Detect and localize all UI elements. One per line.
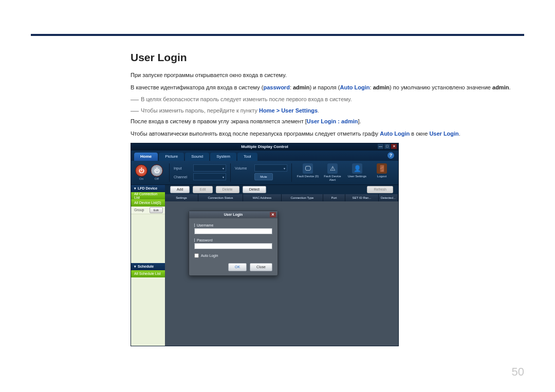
tab-system[interactable]: System xyxy=(210,153,236,161)
tab-strip: Home Picture Sound System Tool ? xyxy=(131,151,398,161)
edit-button[interactable]: Edit xyxy=(193,186,212,193)
col-detected[interactable]: Detected... xyxy=(379,194,398,201)
col-connstatus[interactable]: Connection Status xyxy=(198,194,243,201)
intro-1: При запуске программы открывается окно в… xyxy=(131,71,524,80)
tab-sound[interactable]: Sound xyxy=(185,153,209,161)
login-dialog: User Login ✕ Username Password xyxy=(189,211,278,276)
power-off-label: Off xyxy=(155,177,159,180)
intro-3: После входа в систему в правом углу экра… xyxy=(131,117,524,126)
input-label: Input xyxy=(174,166,191,170)
door-icon: 🚪 xyxy=(377,163,387,174)
user-settings-button[interactable]: 👤User Settings xyxy=(346,163,368,181)
help-button[interactable]: ? xyxy=(387,152,394,159)
monitor-icon: 🖵 xyxy=(303,163,313,174)
fault-device-button[interactable]: 🖵Fault Device (0) xyxy=(297,163,319,181)
auto-login-checkbox[interactable] xyxy=(194,253,199,258)
dialog-close-button[interactable]: ✕ xyxy=(270,212,276,217)
sidebar-item-all-schedule[interactable]: All Schedule List xyxy=(131,270,165,277)
power-off-button[interactable]: ⏻ xyxy=(151,164,163,177)
power-on-button[interactable]: ⏻ xyxy=(135,164,147,177)
col-conntype[interactable]: Connection Type xyxy=(282,194,323,201)
maximize-button[interactable]: □ xyxy=(384,144,390,149)
close-button[interactable]: ✕ xyxy=(391,144,397,149)
intro-4: Чтобы автоматически выполнять вход после… xyxy=(131,129,524,139)
page-number: 50 xyxy=(512,365,524,379)
tab-home[interactable]: Home xyxy=(134,153,158,161)
username-label: Username xyxy=(194,223,272,227)
refresh-button[interactable]: Refresh xyxy=(367,186,393,193)
note-2: ― Чтобы изменить пароль, перейдите к пун… xyxy=(131,106,524,118)
note-1: ― В целях безопасности пароль следует из… xyxy=(131,95,524,106)
header-rule xyxy=(31,34,524,36)
intro-2: В качестве идентификатора для входа в си… xyxy=(131,83,524,92)
tab-tool[interactable]: Tool xyxy=(237,153,257,161)
app-screenshot: Multiple Display Control — □ ✕ Home Pict… xyxy=(131,143,399,346)
minimize-button[interactable]: — xyxy=(378,144,383,149)
password-input[interactable] xyxy=(194,243,272,249)
alert-icon: ⚠ xyxy=(327,163,338,174)
col-settings[interactable]: Settings xyxy=(165,194,198,201)
sidebar-item-group[interactable]: Group Edit xyxy=(131,207,165,214)
tab-picture[interactable]: Picture xyxy=(159,153,184,161)
page-title: User Login xyxy=(131,51,524,64)
delete-button[interactable]: Delete xyxy=(216,186,239,193)
input-dropdown[interactable]: ▾ xyxy=(193,164,226,172)
user-icon: 👤 xyxy=(352,163,362,174)
group-edit-button[interactable]: Edit xyxy=(150,207,163,213)
channel-dropdown[interactable]: ▾ xyxy=(193,173,226,180)
sidebar: LFD Device All Connection List All Devic… xyxy=(131,185,165,346)
password-label: Password xyxy=(194,238,272,242)
col-mac[interactable]: MAC Address xyxy=(243,194,282,201)
col-setid[interactable]: SET ID Ran... xyxy=(345,194,379,201)
volume-dropdown[interactable]: ▾ xyxy=(254,164,287,172)
col-port[interactable]: Port xyxy=(323,194,345,201)
ribbon: ⏻ On ⏻ Off Input▾ Channel▾ Volume▾ Mu xyxy=(131,161,398,185)
close-button[interactable]: Close xyxy=(250,263,272,271)
main-panel: Add Edit Delete Detect Refresh Settings … xyxy=(165,185,398,346)
ok-button[interactable]: OK xyxy=(228,263,247,271)
app-title: Multiple Display Control xyxy=(241,144,288,149)
power-on-label: On xyxy=(139,177,143,180)
auto-login-label: Auto Login xyxy=(201,254,218,257)
mute-button[interactable]: Mute xyxy=(254,173,273,180)
add-button[interactable]: Add xyxy=(170,186,190,193)
sidebar-header-schedule[interactable]: Schedule xyxy=(131,263,165,270)
fault-alert-button[interactable]: ⚠Fault Device Alert xyxy=(321,163,344,181)
channel-label: Channel xyxy=(174,175,191,179)
titlebar: Multiple Display Control — □ ✕ xyxy=(131,143,398,151)
username-input[interactable] xyxy=(194,228,272,234)
sidebar-item-all-connection[interactable]: All Connection List xyxy=(131,192,165,199)
sidebar-header-lfd[interactable]: LFD Device xyxy=(131,185,165,192)
volume-label: Volume xyxy=(235,166,252,170)
logout-button[interactable]: 🚪Logout xyxy=(371,163,393,181)
sidebar-item-all-device[interactable]: All Device List(0) xyxy=(131,199,165,207)
detect-button[interactable]: Detect xyxy=(243,186,266,193)
table-header: Settings Connection Status MAC Address C… xyxy=(165,194,398,201)
dialog-title: User Login ✕ xyxy=(189,211,278,218)
